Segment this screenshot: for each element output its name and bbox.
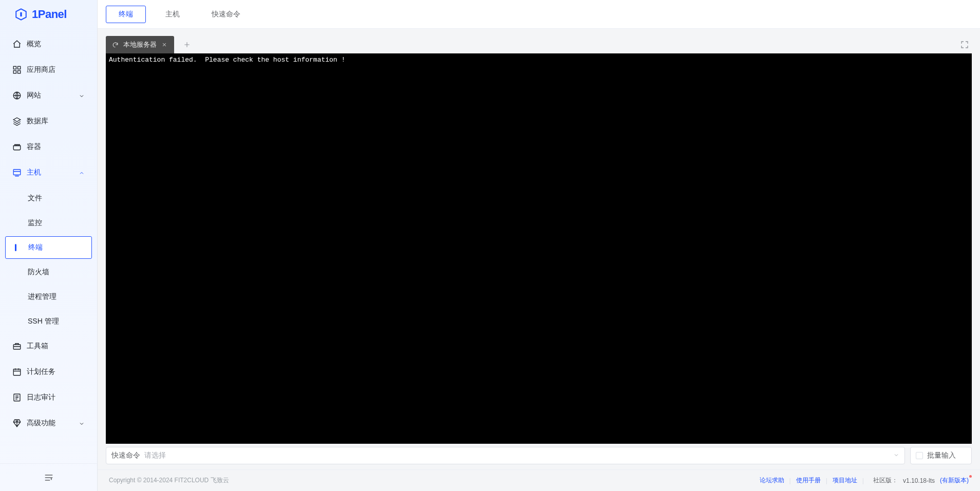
sidebar-item[interactable]: 工具箱	[5, 335, 92, 357]
sidebar-subitem[interactable]: 监控	[5, 212, 92, 234]
chevron-down-icon	[79, 92, 85, 99]
svg-rect-0	[13, 66, 16, 69]
sidebar-item[interactable]: 概览	[5, 33, 92, 55]
sidebar-item-label: 主机	[27, 168, 73, 177]
sidebar-item[interactable]: 主机	[5, 161, 92, 184]
sidebar-item[interactable]: 应用商店	[5, 59, 92, 81]
sidebar-subitem[interactable]: 防火墙	[5, 261, 92, 284]
sidebar-item-label: 日志审计	[27, 393, 85, 402]
diamond-icon	[12, 419, 22, 428]
svg-rect-6	[13, 345, 21, 349]
sidebar-item-label: 数据库	[27, 117, 85, 126]
sidebar-item-label: 概览	[27, 40, 85, 49]
sidebar-item[interactable]: 计划任务	[5, 361, 92, 383]
version-label: 社区版：	[873, 476, 898, 485]
svg-rect-1	[18, 66, 21, 69]
footer: Copyright © 2014-2024 FIT2CLOUD 飞致云 论坛求助…	[98, 469, 980, 491]
sidebar-subitem[interactable]: 终端	[5, 236, 92, 259]
svg-rect-7	[13, 369, 21, 375]
new-version-link[interactable]: (有新版本)	[940, 476, 969, 485]
home-icon	[12, 40, 22, 49]
container-icon	[12, 142, 22, 152]
refresh-icon	[112, 41, 119, 48]
sidebar-item-label: 容器	[27, 142, 85, 152]
host-icon	[12, 168, 22, 177]
sidebar-item-label: 高级功能	[27, 419, 73, 428]
sidebar-item[interactable]: 数据库	[5, 110, 92, 133]
footer-link[interactable]: 项目地址	[833, 476, 857, 485]
terminal-tab[interactable]: 本地服务器	[106, 36, 174, 53]
globe-icon	[12, 91, 22, 100]
logo-text: 1Panel	[32, 8, 67, 21]
batch-input-checkbox[interactable]	[916, 452, 923, 459]
terminal-tabs: 本地服务器	[106, 36, 957, 53]
sidebar-item[interactable]: 高级功能	[5, 412, 92, 435]
version-value: v1.10.18-lts	[903, 477, 935, 484]
terminal-tab-label: 本地服务器	[123, 40, 157, 49]
sidebar-item[interactable]: 日志审计	[5, 386, 92, 409]
terminal-output[interactable]: Authentication failed. Please check the …	[106, 53, 972, 444]
close-icon[interactable]	[161, 41, 168, 48]
fullscreen-button[interactable]	[957, 37, 972, 52]
svg-rect-5	[13, 169, 21, 175]
quick-command-label: 快速命令	[111, 451, 140, 460]
quick-command-select[interactable]: 快速命令 请选择	[106, 447, 905, 464]
chevron-down-icon	[79, 420, 85, 426]
nav: 概览应用商店网站数据库容器主机文件监控终端防火墙进程管理SSH 管理工具箱计划任…	[0, 29, 97, 463]
svg-rect-2	[13, 71, 16, 73]
batch-input-box: 批量输入	[910, 447, 972, 464]
layers-icon	[12, 117, 22, 126]
apps-icon	[12, 65, 22, 74]
top-tabs: 终端主机快速命令	[98, 0, 980, 29]
sidebar-collapse-button[interactable]	[0, 463, 97, 491]
top-tab[interactable]: 快速命令	[199, 6, 253, 23]
sidebar-subitem[interactable]: 进程管理	[5, 286, 92, 308]
log-icon	[12, 393, 22, 402]
quick-command-placeholder: 请选择	[144, 451, 893, 460]
calendar-icon	[12, 367, 22, 376]
sidebar: 1Panel 概览应用商店网站数据库容器主机文件监控终端防火墙进程管理SSH 管…	[0, 0, 98, 491]
toolbox-icon	[12, 342, 22, 351]
sidebar-item-label: 应用商店	[27, 65, 85, 74]
top-tab[interactable]: 终端	[106, 6, 146, 23]
top-tab[interactable]: 主机	[153, 6, 192, 23]
copyright: Copyright © 2014-2024 FIT2CLOUD 飞致云	[109, 476, 229, 485]
sidebar-item[interactable]: 容器	[5, 136, 92, 158]
sidebar-subitem[interactable]: SSH 管理	[5, 310, 92, 333]
add-terminal-tab-button[interactable]	[178, 36, 196, 53]
logo-icon	[14, 8, 28, 21]
footer-link[interactable]: 使用手册	[796, 476, 821, 485]
logo[interactable]: 1Panel	[0, 0, 97, 29]
sidebar-item-label: 工具箱	[27, 342, 85, 351]
chevron-down-icon	[893, 451, 899, 460]
sidebar-item-label: 计划任务	[27, 367, 85, 376]
svg-rect-3	[18, 71, 21, 73]
chevron-up-icon	[79, 169, 85, 176]
sidebar-item[interactable]: 网站	[5, 84, 92, 107]
batch-input-label: 批量输入	[927, 451, 956, 460]
sidebar-item-label: 网站	[27, 91, 73, 100]
sidebar-subitem[interactable]: 文件	[5, 187, 92, 210]
footer-link[interactable]: 论坛求助	[760, 476, 784, 485]
